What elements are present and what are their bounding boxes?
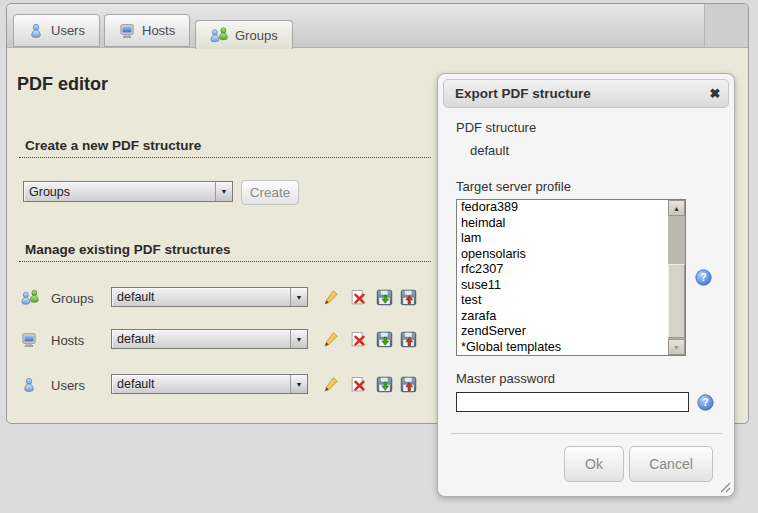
group-icon — [21, 289, 39, 306]
ok-button[interactable]: Ok — [564, 446, 624, 482]
close-icon[interactable]: ✖ — [702, 86, 728, 101]
listbox-item[interactable]: rfc2307 — [457, 262, 685, 278]
dialog-separator — [450, 433, 722, 434]
scroll-thumb[interactable] — [668, 264, 685, 338]
pdf-structure-value: default — [470, 143, 509, 158]
manage-row-groups: Groups default ▼ — [7, 287, 437, 311]
dialog-titlebar[interactable]: Export PDF structure ✖ — [443, 79, 729, 108]
select-value: default — [112, 332, 290, 346]
select-arrow-icon[interactable]: ▼ — [290, 288, 307, 306]
row-label: Users — [51, 378, 85, 393]
select-value: Groups — [24, 185, 215, 199]
page-title: PDF editor — [17, 74, 108, 95]
screen: Users Hosts — [0, 0, 758, 513]
pdf-structure-label: PDF structure — [456, 120, 536, 135]
master-password-label: Master password — [456, 371, 555, 386]
master-password-input[interactable] — [456, 392, 689, 412]
row-label: Groups — [51, 291, 94, 306]
group-icon — [210, 27, 228, 43]
export-icon[interactable] — [376, 289, 393, 306]
cancel-button[interactable]: Cancel — [629, 446, 713, 482]
edit-pencil-icon[interactable] — [322, 376, 339, 393]
tab-label: Groups — [235, 28, 278, 43]
scroll-up-icon[interactable]: ▲ — [668, 200, 685, 216]
listbox-item[interactable]: opensolaris — [457, 247, 685, 263]
select-value: default — [112, 290, 290, 304]
structure-select[interactable]: default ▼ — [111, 287, 308, 307]
manage-row-hosts: Hosts default ▼ — [7, 329, 437, 353]
tab-groups[interactable]: Groups — [195, 20, 293, 49]
user-icon — [21, 377, 37, 393]
help-icon[interactable]: ? — [695, 269, 712, 286]
delete-icon[interactable] — [350, 289, 367, 306]
create-button[interactable]: Create — [241, 180, 299, 205]
delete-icon[interactable] — [350, 331, 367, 348]
import-icon[interactable] — [400, 376, 417, 393]
svg-text:?: ? — [702, 396, 708, 408]
edit-pencil-icon[interactable] — [322, 331, 339, 348]
select-arrow-icon[interactable]: ▼ — [290, 375, 307, 393]
dialog-title: Export PDF structure — [444, 86, 702, 101]
create-section-heading: Create a new PDF structure — [19, 138, 431, 158]
tab-bar-cap — [704, 4, 748, 47]
tab-label: Hosts — [142, 23, 175, 38]
svg-text:?: ? — [700, 271, 706, 283]
tab-hosts[interactable]: Hosts — [104, 14, 190, 47]
resize-handle-icon[interactable] — [718, 480, 731, 493]
export-icon[interactable] — [376, 376, 393, 393]
manage-row-users: Users default ▼ — [7, 374, 437, 398]
listbox-item[interactable]: zendServer — [457, 324, 685, 340]
import-icon[interactable] — [400, 331, 417, 348]
import-icon[interactable] — [400, 289, 417, 306]
host-icon — [119, 23, 135, 39]
select-arrow-icon[interactable]: ▼ — [290, 330, 307, 348]
row-label: Hosts — [51, 333, 84, 348]
edit-pencil-icon[interactable] — [322, 289, 339, 306]
help-icon[interactable]: ? — [697, 394, 714, 411]
listbox-item[interactable]: heimdal — [457, 216, 685, 232]
manage-section-heading: Manage existing PDF structures — [19, 242, 431, 262]
listbox-scrollbar[interactable]: ▲ ▼ — [668, 200, 685, 355]
listbox-item[interactable]: *Global templates — [457, 340, 685, 356]
profile-listbox[interactable]: fedora389 heimdal lam opensolaris rfc230… — [456, 199, 686, 356]
listbox-item[interactable]: fedora389 — [457, 200, 685, 216]
select-arrow-icon[interactable]: ▼ — [215, 182, 232, 201]
user-icon — [28, 23, 44, 39]
scroll-down-icon[interactable]: ▼ — [668, 339, 685, 355]
select-value: default — [112, 377, 290, 391]
tab-bar: Users Hosts — [7, 4, 748, 48]
tab-users[interactable]: Users — [13, 14, 100, 47]
listbox-item[interactable]: suse11 — [457, 278, 685, 294]
listbox-item[interactable]: test — [457, 293, 685, 309]
host-icon — [21, 332, 37, 348]
export-icon[interactable] — [376, 331, 393, 348]
listbox-item[interactable]: lam — [457, 231, 685, 247]
listbox-item[interactable]: zarafa — [457, 309, 685, 325]
structure-select[interactable]: default ▼ — [111, 374, 308, 394]
structure-select[interactable]: default ▼ — [111, 329, 308, 349]
tab-label: Users — [51, 23, 85, 38]
export-dialog: Export PDF structure ✖ PDF structure def… — [437, 73, 735, 497]
delete-icon[interactable] — [350, 376, 367, 393]
target-profile-label: Target server profile — [456, 179, 571, 194]
pdf-type-select[interactable]: Groups ▼ — [23, 181, 233, 202]
